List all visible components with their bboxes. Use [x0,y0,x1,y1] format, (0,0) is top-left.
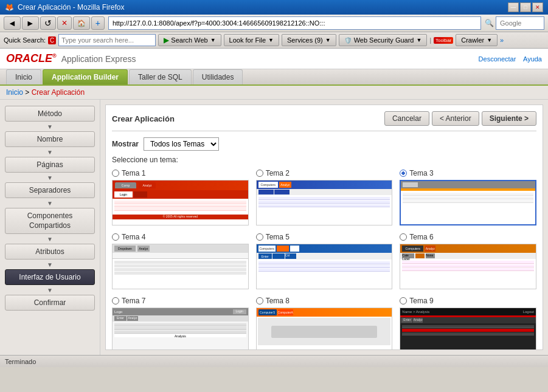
sidebar: Método ▼ Nombre ▼ Páginas ▼ Separadores … [0,100,100,355]
sidebar-item-interfaz[interactable]: Interfaz de Usuario [5,269,95,285]
sidebar-item-confirmar[interactable]: Confirmar [5,295,95,311]
tab-inicio[interactable]: Inicio [6,69,41,84]
maximize-button[interactable]: □ [520,2,531,12]
google-search-input[interactable] [496,16,544,30]
oracle-logo: ORACLE® Application Express [6,52,136,65]
theme-1-text: Tema 1 [122,169,145,177]
add-page-button[interactable]: + [91,16,105,30]
home-button[interactable]: 🏠 [73,16,90,30]
theme-preview-5[interactable]: Computers Enter Ctrl [256,244,393,289]
theme-label-3[interactable]: Tema 3 [400,169,536,177]
filter-row: Mostrar Todos los Temas [112,137,536,151]
quick-search-input[interactable] [58,34,156,46]
theme-item-1: Tema 1 Comp Analyz Login [112,169,249,225]
theme-7-text: Tema 7 [122,297,145,305]
status-text: Terminado [5,358,36,365]
look-for-file-label: Look for File [229,36,266,44]
crawler-button[interactable]: Crawler ▼ [456,34,498,46]
theme-label-6[interactable]: Tema 6 [400,233,536,241]
search-web-button[interactable]: ▶ Search Web ▼ [158,34,221,46]
theme-item-6: Tema 6 Computers Analyz Cate Label None [400,233,536,289]
address-bar[interactable] [108,16,481,30]
theme-label-9[interactable]: Tema 9 [400,297,536,305]
services-label: Services (9) [287,36,323,44]
theme-preview-6[interactable]: Computers Analyz Cate Label None [400,244,536,289]
look-for-file-button[interactable]: Look for File ▼ [224,34,279,46]
radio-theme-8[interactable] [256,297,263,304]
filter-select[interactable]: Todos los Temas [144,137,219,151]
services-button[interactable]: Services (9) ▼ [282,34,336,46]
breadcrumb-inicio[interactable]: Inicio [6,88,23,97]
radio-theme-1[interactable] [112,170,119,177]
sidebar-item-atributos[interactable]: Atributos [5,244,95,260]
titlebar-left: 🦊 Crear Aplicación - Mozilla Firefox [5,3,124,12]
prev-button[interactable]: < Anterior [432,111,479,126]
window-controls[interactable]: — □ ✕ [508,2,543,12]
theme-8-text: Tema 8 [266,297,290,305]
theme-preview-1[interactable]: Comp Analyz Login © 2005 All rights rese… [112,180,249,225]
help-link[interactable]: Ayuda [523,55,542,63]
sidebar-arrow-2: ▼ [5,148,95,157]
tab-utilidades[interactable]: Utilidades [193,69,243,84]
theme-label-1[interactable]: Tema 1 [112,169,249,177]
content-title: Crear Aplicación [112,114,175,123]
theme-preview-2[interactable]: Computers Analyz [256,180,393,225]
look-for-file-arrow: ▼ [268,37,274,43]
disconnect-link[interactable]: Desconectar [479,55,516,63]
select-theme-label: Seleccione un tema: [112,156,536,164]
web-security-button[interactable]: 🛡️ Web Security Guard ▼ [339,34,428,46]
forward-button[interactable]: ► [22,16,39,30]
sidebar-arrow-3: ▼ [5,174,95,182]
theme-label-4[interactable]: Tema 4 [112,233,249,241]
theme-label-7[interactable]: Tema 7 [112,297,249,305]
radio-theme-5[interactable] [256,233,263,241]
content-area: Crear Aplicación Cancelar < Anterior Sig… [105,105,543,350]
radio-theme-7[interactable] [112,297,119,304]
theme-grid: Tema 1 Comp Analyz Login [112,169,536,350]
radio-theme-3[interactable] [400,170,407,177]
quick-search-icon: C [48,36,56,44]
web-security-label: Web Security Guard [354,36,414,44]
firefox-icon: 🦊 [5,3,14,12]
theme-label-2[interactable]: Tema 2 [256,169,393,177]
theme-5-text: Tema 5 [266,233,290,241]
sidebar-item-componentes[interactable]: ComponentesCompartidos [5,208,95,234]
radio-theme-6[interactable] [400,233,407,241]
next-button[interactable]: Siguiente > [482,111,536,126]
theme-preview-7[interactable]: Logo Login Enter Analyz Analysis [112,308,249,350]
sidebar-item-metodo[interactable]: Método [5,106,95,122]
window-titlebar: 🦊 Crear Aplicación - Mozilla Firefox — □… [0,0,548,15]
sidebar-item-paginas[interactable]: Páginas [5,157,95,173]
radio-theme-4[interactable] [112,233,119,241]
theme-preview-8[interactable]: ComputerS ComputerA [256,308,393,350]
theme-2-text: Tema 2 [266,169,290,177]
theme-preview-3[interactable] [400,180,536,225]
radio-theme-2[interactable] [256,170,263,177]
search-web-arrow: ▼ [210,37,216,43]
apex-subtitle: Application Express [61,54,136,64]
more-tools-button[interactable]: » [500,36,504,44]
close-button[interactable]: ✕ [532,2,543,12]
minimize-button[interactable]: — [508,2,519,12]
refresh-button[interactable]: ↺ [40,16,56,30]
stop-button[interactable]: ✕ [57,16,72,30]
cancel-button[interactable]: Cancelar [384,111,429,126]
sidebar-arrow-7: ▼ [5,286,95,295]
theme-preview-4[interactable]: Dropdown Analyz [112,244,249,289]
theme-label-8[interactable]: Tema 8 [256,297,393,305]
radio-theme-9[interactable] [400,297,407,304]
breadcrumb-current: Crear Aplicación [32,88,85,97]
theme-item-3: Tema 3 [400,169,536,225]
tab-taller-sql[interactable]: Taller de SQL [129,69,192,84]
sidebar-item-separadores[interactable]: Separadores [5,182,95,198]
theme-item-5: Tema 5 Computers Enter Ctrl [256,233,393,289]
quick-search-bar: Quick Search: C ▶ Search Web ▼ Look for … [0,32,548,49]
back-button[interactable]: ◄ [4,16,21,30]
tab-application-builder[interactable]: Application Builder [43,69,128,84]
sidebar-item-nombre[interactable]: Nombre [5,131,95,147]
quick-search-label: Quick Search: [4,36,46,44]
web-security-arrow: ▼ [416,37,421,43]
theme-preview-9[interactable]: Name > Analysis Logout Enter Analyz [400,308,536,350]
theme-label-5[interactable]: Tema 5 [256,233,393,241]
crawler-label: Toolbar [434,37,453,44]
